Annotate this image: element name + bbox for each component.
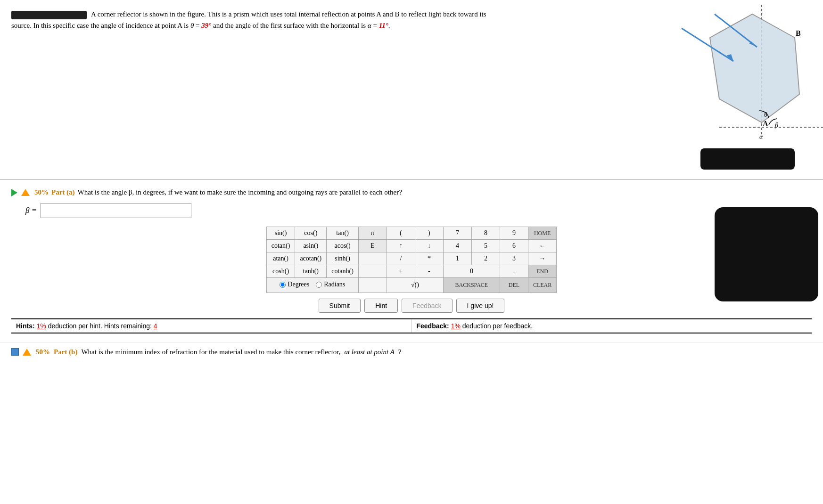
btn-leftarrow[interactable]: ←: [528, 240, 556, 252]
btn-dot[interactable]: .: [500, 265, 528, 278]
feedback-button[interactable]: Feedback: [402, 299, 452, 313]
input-row: β =: [25, 203, 812, 218]
part-a-question: What is the angle β, in degrees, if we w…: [78, 188, 402, 196]
problem-end: .: [388, 22, 390, 29]
btn-cotan[interactable]: cotan(): [266, 240, 295, 252]
part-b-italic: at least at point A: [344, 348, 394, 356]
btn-plus[interactable]: +: [387, 265, 415, 278]
part-b-label: Part (b): [54, 348, 77, 356]
btn-7[interactable]: 7: [443, 227, 471, 240]
part-a-label: Part (a): [51, 188, 75, 196]
btn-del[interactable]: DEL: [500, 278, 528, 293]
btn-rparen[interactable]: ): [415, 227, 443, 240]
btn-pi[interactable]: π: [358, 227, 387, 240]
hints-label: Hints:: [16, 322, 37, 330]
btn-lparen[interactable]: (: [387, 227, 415, 240]
btn-empty1: [358, 252, 387, 265]
radians-radio[interactable]: [316, 282, 322, 288]
feedback-cell: Feedback: 1% deduction per feedback.: [412, 319, 812, 333]
theta-value: 39°: [201, 22, 211, 29]
btn-atan[interactable]: atan(): [266, 252, 295, 265]
svg-text:β: β: [774, 122, 778, 129]
part-a-header: 50% Part (a) What is the angle β, in deg…: [11, 188, 812, 196]
btn-multiply[interactable]: *: [415, 252, 443, 265]
hints-count: 4: [154, 322, 157, 330]
btn-acos[interactable]: acos(): [327, 240, 359, 252]
btn-cosh[interactable]: cosh(): [266, 265, 295, 278]
redacted-image: [715, 207, 818, 301]
btn-asin[interactable]: asin(): [295, 240, 327, 252]
svg-marker-2: [710, 14, 799, 122]
btn-sin[interactable]: sin(): [266, 227, 295, 240]
svg-text:A: A: [763, 120, 768, 128]
calculator-area: sin() cos() tan() π ( ) 7 8 9 HOME cotan…: [11, 227, 812, 293]
btn-cos[interactable]: cos(): [295, 227, 327, 240]
btn-end[interactable]: END: [528, 265, 556, 278]
prism-diagram: B A θ β α: [625, 0, 823, 174]
hints-percent: 1%: [37, 322, 46, 330]
calc-grid: sin() cos() tan() π ( ) 7 8 9 HOME cotan…: [266, 227, 557, 293]
btn-backspace[interactable]: BACKSPACE: [443, 278, 500, 293]
feedback-end: deduction per feedback.: [461, 322, 533, 330]
btn-8[interactable]: 8: [471, 227, 500, 240]
btn-3[interactable]: 3: [500, 252, 528, 265]
part-b-question: What is the minimum index of refraction …: [81, 348, 340, 356]
warning-icon: [21, 189, 30, 196]
btn-sinh[interactable]: sinh(): [327, 252, 359, 265]
diagram-area: B A θ β α: [625, 0, 823, 174]
svg-text:α: α: [759, 133, 763, 140]
part-b-end: ?: [398, 348, 402, 356]
warning-icon-b: [23, 349, 31, 356]
part-b-section: 50% Part (b) What is the minimum index o…: [0, 342, 823, 362]
degrees-radio[interactable]: [280, 282, 286, 288]
radians-label[interactable]: Radians: [316, 281, 345, 288]
btn-6[interactable]: 6: [500, 240, 528, 252]
hints-middle: deduction per hint. Hints remaining:: [46, 322, 154, 330]
svg-rect-12: [700, 148, 795, 170]
give-up-button[interactable]: I give up!: [456, 299, 505, 313]
btn-5[interactable]: 5: [471, 240, 500, 252]
hint-button[interactable]: Hint: [364, 299, 398, 313]
btn-2[interactable]: 2: [471, 252, 500, 265]
btn-acotan[interactable]: acotan(): [295, 252, 327, 265]
part-a-percent: 50%: [34, 188, 49, 196]
feedback-percent: 1%: [451, 322, 461, 330]
btn-cotanh[interactable]: cotanh(): [327, 265, 359, 278]
feedback-label: Feedback:: [417, 322, 451, 330]
btn-divide[interactable]: /: [387, 252, 415, 265]
square-icon: [11, 348, 19, 356]
hints-bar: Hints: 1% deduction per hint. Hints rema…: [11, 318, 812, 333]
part-b-percent: 50%: [36, 348, 50, 356]
hints-cell: Hints: 1% deduction per hint. Hints rema…: [11, 319, 412, 333]
beta-input[interactable]: [41, 203, 191, 218]
problem-middle: and the angle of the first surface with …: [213, 22, 366, 29]
btn-sqrt[interactable]: √(): [387, 278, 443, 293]
btn-e[interactable]: E: [358, 240, 387, 252]
btn-4[interactable]: 4: [443, 240, 471, 252]
btn-0[interactable]: 0: [443, 265, 500, 278]
play-icon: [11, 189, 17, 196]
btn-tanh[interactable]: tanh(): [295, 265, 327, 278]
degrees-label[interactable]: Degrees: [280, 281, 309, 288]
btn-down[interactable]: ↓: [415, 240, 443, 252]
btn-clear[interactable]: CLEAR: [528, 278, 556, 293]
btn-empty3: [358, 278, 387, 293]
redacted-name: [11, 11, 87, 19]
submit-button[interactable]: Submit: [319, 299, 361, 313]
btn-rightarrow[interactable]: →: [528, 252, 556, 265]
svg-text:θ: θ: [764, 111, 767, 118]
btn-empty2: [358, 265, 387, 278]
btn-9[interactable]: 9: [500, 227, 528, 240]
alpha-value: 11°: [379, 22, 388, 29]
btn-up[interactable]: ↑: [387, 240, 415, 252]
problem-text: A corner reflector is shown in the figur…: [11, 8, 506, 174]
part-a-section: 50% Part (a) What is the angle β, in deg…: [0, 179, 823, 342]
svg-text:B: B: [796, 29, 801, 37]
btn-tan[interactable]: tan(): [327, 227, 359, 240]
btn-minus[interactable]: -: [415, 265, 443, 278]
radio-cell: Degrees Radians: [266, 278, 358, 293]
btn-1[interactable]: 1: [443, 252, 471, 265]
beta-label: β =: [25, 206, 37, 215]
btn-home[interactable]: HOME: [528, 227, 556, 240]
action-buttons: Submit Hint Feedback I give up!: [11, 299, 812, 313]
